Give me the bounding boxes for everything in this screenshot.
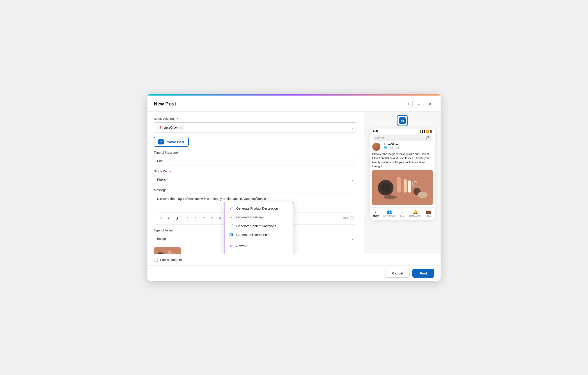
phone-mockup: 9:42 ▐▐▐ 🛜 ▓ Search 💬 xyxy=(370,128,435,220)
align-justify-button[interactable]: ≡ xyxy=(208,215,215,221)
underline-button[interactable]: U xyxy=(173,215,180,221)
close-button[interactable]: ✕ xyxy=(426,100,434,108)
svg-rect-9 xyxy=(397,177,401,192)
battery-icon: ▓ xyxy=(430,130,431,133)
share-required-indicator: • xyxy=(170,169,171,173)
type-of-message-value: Post xyxy=(157,159,163,163)
bottom-section: Publish another Cancel Post xyxy=(147,254,441,281)
bold-button[interactable]: B xyxy=(157,215,164,221)
align-left-button[interactable]: ≡ xyxy=(184,215,191,221)
accounts-chevron-icon: ⌄ xyxy=(351,125,354,130)
jobs-icon: 💼 xyxy=(426,209,431,214)
post-nav-label: Post xyxy=(400,215,404,218)
asset-image-svg xyxy=(154,247,181,254)
cancel-button[interactable]: Cancel xyxy=(386,269,410,278)
ai-dropdown-menu: 🏷 Generate Product Description # Generat… xyxy=(224,202,294,254)
align-center-button[interactable]: ≡ xyxy=(192,215,199,221)
phone-bottom-nav: ⌂ Home 👥 My Network ＋ Post 🔔 Notifi xyxy=(370,207,435,220)
required-indicator: • xyxy=(177,117,178,121)
nav-notifications[interactable]: 🔔 Notifications xyxy=(409,208,422,220)
notifications-label: Notifications xyxy=(409,215,421,217)
menu-item-generate-linkedin-post[interactable]: in Generate Linkedin Post xyxy=(225,230,294,239)
reword-label: Reword xyxy=(236,244,247,248)
new-post-modal: New Post + ⌄ ✕ Select Accounts• ⬇ LuxeGl… xyxy=(147,94,441,281)
modal-body: Select Accounts• ⬇ LuxeGlow ✕ ⌄ in Profi… xyxy=(147,112,441,254)
post-dot: · xyxy=(394,146,395,149)
post-button[interactable]: Post xyxy=(412,269,434,278)
ai-assist-button[interactable]: ✳ xyxy=(216,215,223,221)
menu-item-generate-hashtags[interactable]: # Generate Hashtags xyxy=(225,213,294,221)
home-active-indicator xyxy=(373,218,379,218)
asset-chevron-icon: ⌄ xyxy=(351,236,354,241)
right-panel-preview: in 9:42 ▐▐▐ 🛜 ▓ Search 💬 xyxy=(364,112,441,254)
modal-header: New Post + ⌄ ✕ xyxy=(147,95,441,112)
type-of-message-dropdown[interactable]: Post ⌄ xyxy=(154,156,357,166)
linkedin-badge-icon: in xyxy=(399,117,406,124)
asset-image-thumbnail xyxy=(154,247,181,254)
modal-title: New Post xyxy=(154,101,176,107)
add-button[interactable]: + xyxy=(404,100,413,108)
menu-item-reword[interactable]: ↺ Reword xyxy=(225,241,294,251)
post-meta: LuxeGlow 🌐 Post · 10hr xyxy=(384,143,400,149)
svg-rect-11 xyxy=(408,180,410,193)
menu-item-make-it-longer[interactable]: ≡ Make it longer xyxy=(225,251,294,254)
svg-point-8 xyxy=(381,183,390,193)
minimize-button[interactable]: ⌄ xyxy=(415,100,423,108)
phone-post-content: LuxeGlow 🌐 Post · 10hr ··· Disco xyxy=(370,143,435,207)
generate-content-variations-icon: 📄 xyxy=(229,224,234,228)
account-tag-remove[interactable]: ✕ xyxy=(180,126,182,129)
char-count-value: 1000 xyxy=(343,217,349,220)
generate-hashtags-label: Generate Hashtags xyxy=(236,215,263,219)
wifi-icon: 🛜 xyxy=(426,130,429,133)
post-header: LuxeGlow 🌐 Post · 10hr ··· xyxy=(372,143,433,151)
account-tag-name: LuxeGlow xyxy=(163,126,178,129)
char-circle-icon xyxy=(350,216,354,220)
post-nav-icon: ＋ xyxy=(400,209,404,215)
accounts-select-dropdown[interactable]: ⬇ LuxeGlow ✕ ⌄ xyxy=(154,122,357,133)
svg-rect-10 xyxy=(403,179,407,193)
select-accounts-label: Select Accounts• xyxy=(154,117,357,121)
share-with-dropdown[interactable]: Public ⌄ xyxy=(154,175,357,184)
home-label: Home xyxy=(373,215,379,217)
jobs-label: Jobs xyxy=(426,215,431,217)
generate-linkedin-post-label: Generate Linkedin Post xyxy=(236,233,269,237)
menu-item-generate-content-variations[interactable]: 📄 Generate Content Variations xyxy=(225,221,294,230)
modal-footer: Cancel Post xyxy=(147,265,441,281)
svg-point-14 xyxy=(383,195,397,199)
share-with-label: Share With• xyxy=(154,169,357,173)
type-of-message-label: Type of Message xyxy=(154,151,357,154)
type-of-message-chevron: ⌄ xyxy=(351,159,354,163)
post-more-button[interactable]: ··· xyxy=(429,143,432,147)
post-username: LuxeGlow xyxy=(384,143,400,146)
publish-another-checkbox[interactable] xyxy=(154,258,158,262)
linkedin-preview-badge: in xyxy=(397,115,408,126)
message-icon: 💬 xyxy=(426,136,430,139)
header-actions: + ⌄ ✕ xyxy=(404,100,434,108)
post-time: 10hr xyxy=(395,146,400,149)
share-with-value: Public xyxy=(157,178,166,181)
align-right-button[interactable]: ≡ xyxy=(200,215,207,221)
nav-post[interactable]: ＋ Post xyxy=(396,208,409,220)
account-tag: ⬇ LuxeGlow ✕ xyxy=(157,125,184,130)
menu-item-generate-product-description[interactable]: 🏷 Generate Product Description xyxy=(225,204,294,213)
generate-product-description-label: Generate Product Description xyxy=(236,207,278,210)
generate-hashtags-icon: # xyxy=(229,215,234,219)
account-tag-icon: ⬇ xyxy=(159,126,162,129)
nav-home[interactable]: ⌂ Home xyxy=(370,208,383,220)
phone-search-bar[interactable]: Search 💬 xyxy=(372,135,433,141)
nav-my-network[interactable]: 👥 My Network xyxy=(383,208,396,220)
status-icons: ▐▐▐ 🛜 ▓ xyxy=(420,130,431,133)
publish-another-label: Publish another xyxy=(160,258,182,262)
signal-icon: ▐▐▐ xyxy=(420,130,425,133)
linkedin-icon: in xyxy=(158,139,164,145)
my-network-icon: 👥 xyxy=(387,209,392,214)
publish-another-section: Publish another xyxy=(147,254,441,265)
post-submeta: 🌐 Post · 10hr xyxy=(384,146,400,149)
italic-button[interactable]: I xyxy=(165,215,172,221)
profile-post-button[interactable]: in Profile Post xyxy=(154,137,189,147)
post-avatar xyxy=(372,143,380,151)
post-globe-icon: 🌐 xyxy=(384,146,387,149)
share-with-chevron: ⌄ xyxy=(351,177,354,182)
reword-icon: ↺ xyxy=(229,244,234,248)
nav-jobs[interactable]: 💼 Jobs xyxy=(422,208,435,220)
